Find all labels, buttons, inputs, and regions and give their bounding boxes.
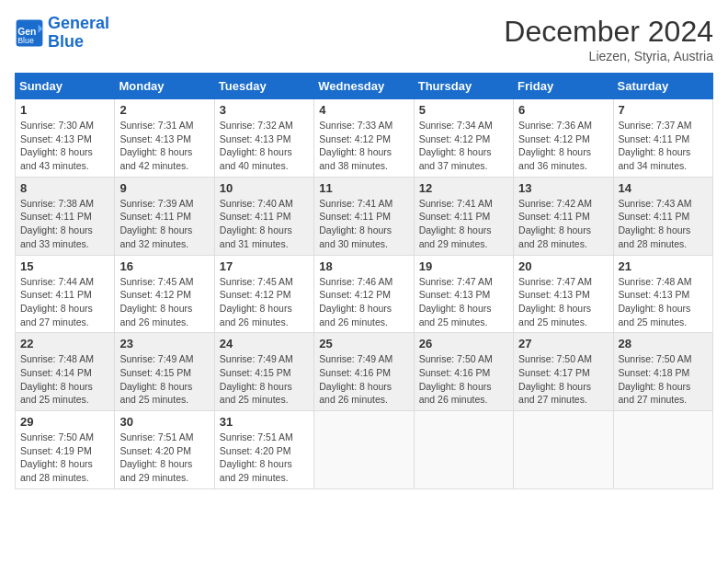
day-number: 29 — [20, 415, 109, 429]
day-info: Sunrise: 7:31 AMSunset: 4:13 PMDaylight:… — [119, 119, 209, 173]
day-number: 7 — [619, 103, 708, 117]
day-cell — [314, 411, 414, 489]
day-cell: 18Sunrise: 7:46 AMSunset: 4:12 PMDayligh… — [314, 255, 414, 333]
day-cell: 9Sunrise: 7:39 AMSunset: 4:11 PMDaylight… — [115, 177, 214, 255]
day-cell: 5Sunrise: 7:34 AMSunset: 4:12 PMDaylight… — [414, 99, 513, 178]
day-cell: 2Sunrise: 7:31 AMSunset: 4:13 PMDaylight… — [115, 99, 214, 178]
day-number: 25 — [319, 337, 408, 350]
day-info: Sunrise: 7:51 AMSunset: 4:20 PMDaylight:… — [220, 431, 309, 485]
day-number: 2 — [119, 103, 209, 117]
day-number: 5 — [419, 103, 508, 117]
day-header-thursday: Thursday — [414, 74, 513, 99]
day-cell: 24Sunrise: 7:49 AMSunset: 4:15 PMDayligh… — [214, 333, 313, 411]
day-header-friday: Friday — [514, 74, 613, 99]
day-number: 3 — [220, 103, 309, 117]
day-cell: 30Sunrise: 7:51 AMSunset: 4:20 PMDayligh… — [115, 411, 214, 489]
month-title: December 2024 — [504, 15, 713, 49]
day-number: 26 — [419, 337, 508, 350]
day-info: Sunrise: 7:43 AMSunset: 4:11 PMDaylight:… — [619, 197, 708, 251]
day-info: Sunrise: 7:32 AMSunset: 4:13 PMDaylight:… — [220, 119, 309, 173]
day-cell: 12Sunrise: 7:41 AMSunset: 4:11 PMDayligh… — [414, 177, 513, 255]
title-area: December 2024 Liezen, Styria, Austria — [504, 15, 713, 63]
svg-text:Blue: Blue — [17, 36, 34, 45]
day-info: Sunrise: 7:36 AMSunset: 4:12 PMDaylight:… — [518, 119, 608, 173]
day-number: 4 — [319, 103, 408, 117]
day-number: 27 — [518, 337, 608, 350]
day-header-tuesday: Tuesday — [214, 74, 313, 99]
day-info: Sunrise: 7:49 AMSunset: 4:15 PMDaylight:… — [220, 352, 309, 407]
day-cell: 4Sunrise: 7:33 AMSunset: 4:12 PMDaylight… — [314, 99, 414, 178]
day-cell: 10Sunrise: 7:40 AMSunset: 4:11 PMDayligh… — [214, 177, 313, 255]
day-info: Sunrise: 7:44 AMSunset: 4:11 PMDaylight:… — [20, 275, 109, 329]
day-info: Sunrise: 7:50 AMSunset: 4:17 PMDaylight:… — [518, 352, 608, 407]
day-number: 22 — [20, 337, 109, 350]
day-header-wednesday: Wednesday — [314, 74, 414, 99]
page-header: Gen Blue General Blue December 2024 Liez… — [15, 15, 713, 63]
day-number: 20 — [518, 259, 608, 273]
day-info: Sunrise: 7:42 AMSunset: 4:11 PMDaylight:… — [518, 197, 608, 251]
day-number: 23 — [119, 337, 209, 350]
day-number: 13 — [518, 181, 608, 195]
day-cell: 14Sunrise: 7:43 AMSunset: 4:11 PMDayligh… — [613, 177, 712, 255]
day-number: 14 — [619, 181, 708, 195]
day-cell: 21Sunrise: 7:48 AMSunset: 4:13 PMDayligh… — [613, 255, 712, 333]
day-number: 1 — [20, 103, 109, 117]
day-number: 21 — [619, 259, 708, 273]
day-number: 12 — [419, 181, 508, 195]
day-number: 9 — [119, 181, 209, 195]
day-header-sunday: Sunday — [16, 74, 115, 99]
day-number: 6 — [518, 103, 608, 117]
day-number: 11 — [319, 181, 408, 195]
day-info: Sunrise: 7:49 AMSunset: 4:16 PMDaylight:… — [319, 352, 408, 407]
day-number: 31 — [220, 415, 309, 429]
day-cell: 6Sunrise: 7:36 AMSunset: 4:12 PMDaylight… — [514, 99, 613, 178]
day-info: Sunrise: 7:33 AMSunset: 4:12 PMDaylight:… — [319, 119, 408, 173]
day-info: Sunrise: 7:38 AMSunset: 4:11 PMDaylight:… — [20, 197, 109, 251]
day-cell: 19Sunrise: 7:47 AMSunset: 4:13 PMDayligh… — [414, 255, 513, 333]
day-info: Sunrise: 7:41 AMSunset: 4:11 PMDaylight:… — [319, 197, 408, 251]
logo-icon: Gen Blue — [15, 18, 44, 48]
day-cell — [414, 411, 513, 489]
day-cell: 27Sunrise: 7:50 AMSunset: 4:17 PMDayligh… — [514, 333, 613, 411]
day-info: Sunrise: 7:39 AMSunset: 4:11 PMDaylight:… — [119, 197, 209, 251]
day-cell: 31Sunrise: 7:51 AMSunset: 4:20 PMDayligh… — [214, 411, 313, 489]
day-info: Sunrise: 7:50 AMSunset: 4:19 PMDaylight:… — [20, 431, 109, 485]
day-cell: 11Sunrise: 7:41 AMSunset: 4:11 PMDayligh… — [314, 177, 414, 255]
calendar-header-row: SundayMondayTuesdayWednesdayThursdayFrid… — [16, 74, 713, 99]
svg-text:Gen: Gen — [17, 26, 36, 36]
day-info: Sunrise: 7:47 AMSunset: 4:13 PMDaylight:… — [518, 275, 608, 329]
day-cell: 8Sunrise: 7:38 AMSunset: 4:11 PMDaylight… — [16, 177, 115, 255]
week-row-4: 22Sunrise: 7:48 AMSunset: 4:14 PMDayligh… — [16, 333, 713, 411]
day-number: 8 — [20, 181, 109, 195]
day-info: Sunrise: 7:34 AMSunset: 4:12 PMDaylight:… — [419, 119, 508, 173]
day-info: Sunrise: 7:45 AMSunset: 4:12 PMDaylight:… — [119, 275, 209, 329]
logo: Gen Blue General Blue — [15, 15, 109, 52]
day-info: Sunrise: 7:30 AMSunset: 4:13 PMDaylight:… — [20, 119, 109, 173]
logo-text: General Blue — [48, 15, 109, 52]
day-cell: 15Sunrise: 7:44 AMSunset: 4:11 PMDayligh… — [16, 255, 115, 333]
day-info: Sunrise: 7:50 AMSunset: 4:18 PMDaylight:… — [619, 352, 708, 407]
day-info: Sunrise: 7:48 AMSunset: 4:14 PMDaylight:… — [20, 352, 109, 407]
day-cell: 26Sunrise: 7:50 AMSunset: 4:16 PMDayligh… — [414, 333, 513, 411]
day-cell: 25Sunrise: 7:49 AMSunset: 4:16 PMDayligh… — [314, 333, 414, 411]
day-number: 24 — [220, 337, 309, 350]
week-row-5: 29Sunrise: 7:50 AMSunset: 4:19 PMDayligh… — [16, 411, 713, 489]
day-info: Sunrise: 7:48 AMSunset: 4:13 PMDaylight:… — [619, 275, 708, 329]
day-cell: 7Sunrise: 7:37 AMSunset: 4:11 PMDaylight… — [613, 99, 712, 178]
day-number: 17 — [220, 259, 309, 273]
week-row-1: 1Sunrise: 7:30 AMSunset: 4:13 PMDaylight… — [16, 99, 713, 178]
day-cell: 22Sunrise: 7:48 AMSunset: 4:14 PMDayligh… — [16, 333, 115, 411]
day-cell: 20Sunrise: 7:47 AMSunset: 4:13 PMDayligh… — [514, 255, 613, 333]
day-number: 18 — [319, 259, 408, 273]
day-info: Sunrise: 7:50 AMSunset: 4:16 PMDaylight:… — [419, 352, 508, 407]
day-info: Sunrise: 7:51 AMSunset: 4:20 PMDaylight:… — [119, 431, 209, 485]
day-info: Sunrise: 7:41 AMSunset: 4:11 PMDaylight:… — [419, 197, 508, 251]
day-cell: 16Sunrise: 7:45 AMSunset: 4:12 PMDayligh… — [115, 255, 214, 333]
day-cell: 3Sunrise: 7:32 AMSunset: 4:13 PMDaylight… — [214, 99, 313, 178]
day-number: 28 — [619, 337, 708, 350]
day-number: 15 — [20, 259, 109, 273]
day-number: 10 — [220, 181, 309, 195]
day-cell: 29Sunrise: 7:50 AMSunset: 4:19 PMDayligh… — [16, 411, 115, 489]
day-info: Sunrise: 7:47 AMSunset: 4:13 PMDaylight:… — [419, 275, 508, 329]
day-number: 19 — [419, 259, 508, 273]
